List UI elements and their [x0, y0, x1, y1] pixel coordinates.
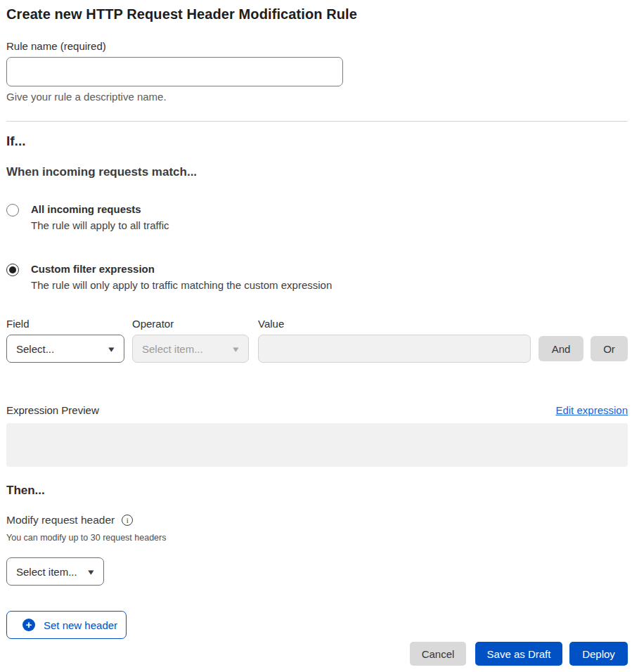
cancel-button[interactable]: Cancel — [410, 642, 466, 666]
field-select[interactable]: Select... ▾ — [6, 335, 124, 363]
and-button[interactable]: And — [539, 336, 583, 361]
radio-button-unselected[interactable] — [6, 204, 19, 217]
or-button[interactable]: Or — [591, 336, 628, 361]
plus-icon: + — [22, 619, 35, 631]
operator-label: Operator — [132, 318, 258, 330]
value-label: Value — [258, 318, 628, 330]
chevron-down-icon: ▾ — [233, 344, 239, 354]
chevron-down-icon: ▾ — [109, 344, 115, 354]
field-label: Field — [6, 318, 132, 330]
page-title: Create new HTTP Request Header Modificat… — [6, 0, 628, 22]
match-subheading: When incoming requests match... — [6, 165, 628, 179]
rule-name-label: Rule name (required) — [6, 40, 628, 52]
operator-select-value: Select item... — [142, 343, 203, 355]
footer-actions: Cancel Save as Draft Deploy — [6, 642, 628, 666]
save-as-draft-button[interactable]: Save as Draft — [475, 642, 562, 666]
builder-labels: Field Operator Value — [6, 318, 628, 330]
modify-header-helper: You can modify up to 30 request headers — [6, 533, 628, 543]
expression-preview-box — [6, 423, 628, 467]
radio-desc-custom-expression: The rule will only apply to traffic matc… — [31, 279, 332, 291]
radio-button-selected[interactable] — [6, 264, 19, 276]
info-icon[interactable]: i — [122, 515, 133, 526]
expression-preview-header: Expression Preview Edit expression — [6, 404, 628, 416]
rule-name-helper: Give your rule a descriptive name. — [6, 91, 628, 103]
radio-option-texts: All incoming requests The rule will appl… — [31, 203, 169, 231]
field-select-value: Select... — [16, 343, 54, 355]
modify-header-row: Modify request header i — [6, 514, 628, 526]
expression-preview-label: Expression Preview — [6, 404, 99, 416]
section-divider — [6, 121, 628, 122]
expression-builder: Field Operator Value Select... ▾ Select … — [6, 318, 628, 363]
set-new-header-button[interactable]: + Set new header — [6, 611, 127, 639]
rule-name-input[interactable] — [6, 57, 343, 86]
radio-option-texts: Custom filter expression The rule will o… — [31, 263, 332, 291]
then-heading: Then... — [6, 484, 628, 498]
chevron-down-icon: ▾ — [89, 567, 94, 576]
radio-desc-all-requests: The rule will apply to all traffic — [31, 219, 169, 231]
builder-row: Select... ▾ Select item... ▾ And Or — [6, 335, 628, 363]
radio-label-all-requests: All incoming requests — [31, 203, 169, 215]
deploy-button[interactable]: Deploy — [569, 642, 628, 666]
radio-option-custom-expression[interactable]: Custom filter expression The rule will o… — [6, 263, 628, 291]
header-item-select[interactable]: Select item... ▾ — [6, 557, 104, 586]
operator-select: Select item... ▾ — [132, 335, 249, 363]
if-heading: If... — [6, 134, 628, 149]
radio-label-custom-expression: Custom filter expression — [31, 263, 332, 275]
modify-header-label: Modify request header — [6, 514, 115, 526]
radio-option-all-requests[interactable]: All incoming requests The rule will appl… — [6, 203, 628, 231]
create-rule-form: Create new HTTP Request Header Modificat… — [0, 0, 632, 666]
value-input — [258, 335, 531, 363]
edit-expression-link[interactable]: Edit expression — [555, 404, 628, 416]
header-item-select-value: Select item... — [16, 566, 77, 578]
set-new-header-label: Set new header — [44, 619, 117, 631]
